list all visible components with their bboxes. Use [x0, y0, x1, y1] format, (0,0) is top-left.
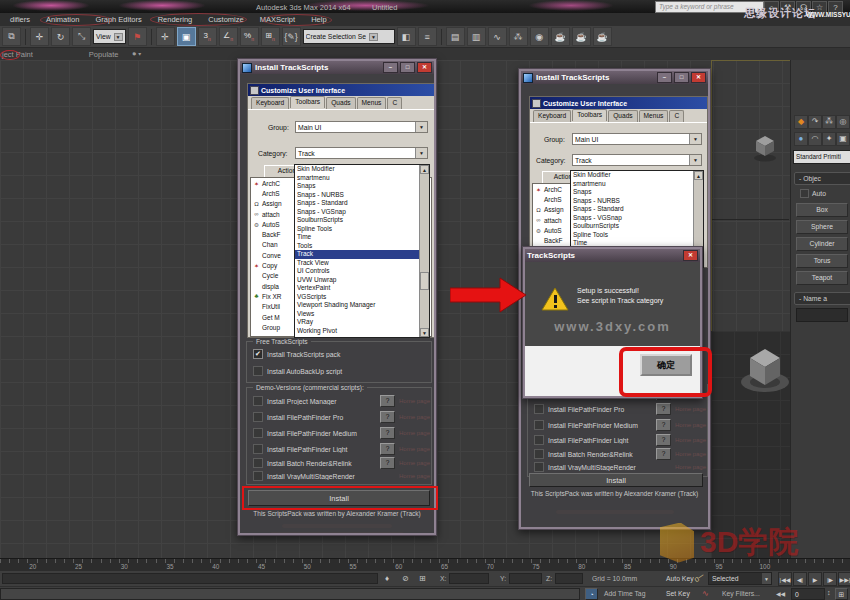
install-project-manager-checkbox[interactable] [253, 396, 263, 406]
tab-toolbars[interactable]: Toolbars [572, 109, 607, 121]
reference-coordinate-dropdown[interactable]: View▼ [93, 29, 126, 44]
close-button[interactable]: ✕ [691, 72, 706, 83]
box-button[interactable]: Box [796, 203, 848, 217]
curve-editor-icon[interactable]: ∿ [488, 27, 507, 46]
category-option[interactable]: Snaps - Standard [571, 205, 703, 214]
home-page-link[interactable]: Home page [399, 398, 425, 404]
category-option[interactable]: VertexPaint [295, 284, 429, 293]
render-production-icon[interactable]: ☕ [593, 27, 612, 46]
use-pivot-point-icon[interactable]: ⚑ [128, 27, 147, 46]
home-page-link[interactable]: Home page [675, 422, 701, 428]
primitive-type-dropdown[interactable]: Standard Primiti [793, 150, 850, 164]
dialog-titlebar[interactable]: Install TrackScripts – □ ✕ [240, 61, 434, 74]
home-page-link[interactable]: Home page [399, 446, 425, 452]
tab-quads[interactable]: Quads [608, 110, 637, 122]
minimize-button[interactable]: – [657, 72, 672, 83]
schematic-view-icon[interactable]: ⁂ [509, 27, 528, 46]
category-option[interactable]: Time [295, 233, 429, 242]
close-button[interactable]: ✕ [683, 250, 698, 261]
select-and-move-icon[interactable]: ✛ [30, 27, 49, 46]
edit-named-selection-icon[interactable]: {✎} [282, 27, 301, 46]
maximize-button[interactable]: □ [674, 72, 689, 83]
scrollbar-thumb[interactable] [420, 272, 429, 290]
named-selection-dropdown[interactable]: Create Selection Se▼ [303, 29, 395, 44]
group-combo[interactable]: Main UI ▼ [295, 121, 428, 133]
select-and-scale-icon[interactable]: ⤡ [72, 27, 91, 46]
spinner-snap-icon[interactable]: ⊞n [261, 27, 280, 46]
tab-colors[interactable]: C [387, 97, 402, 109]
key-filters-button[interactable]: Key Filters... [722, 590, 760, 597]
tab-toolbars[interactable]: Toolbars [290, 96, 325, 108]
category-option[interactable]: Snaps [571, 188, 703, 197]
minimize-button[interactable]: – [383, 62, 398, 73]
install-filepathfinder-medium-checkbox[interactable] [253, 428, 263, 438]
rendered-frame-icon[interactable]: ☕ [572, 27, 591, 46]
torus-button[interactable]: Torus [796, 254, 848, 268]
help-question-button[interactable]: ? [380, 411, 395, 423]
category-option[interactable]: smartmenu [295, 174, 429, 183]
selection-lock-icon[interactable]: ⊘ [402, 574, 409, 583]
viewport-top-right[interactable] [711, 60, 791, 332]
help-question-button[interactable]: ? [380, 395, 395, 407]
viewcube-small[interactable] [753, 133, 777, 163]
scroll-down-icon[interactable]: ▼ [420, 328, 429, 337]
play-icon[interactable]: ▶ [808, 572, 822, 586]
track-bar[interactable] [2, 573, 378, 584]
category-dropdown-list[interactable]: Skin Modifier smartmenu Snaps Snaps - NU… [294, 164, 430, 338]
group-combo[interactable]: Main UI ▼ [572, 133, 702, 145]
hierarchy-tab-icon[interactable]: ⁂ [822, 115, 836, 129]
category-option[interactable]: Views [295, 310, 429, 319]
layer-manager-icon[interactable]: ▤ [446, 27, 465, 46]
time-tag-clock-icon[interactable]: ◔ [585, 588, 598, 600]
angle-snap-icon[interactable]: ∠n [219, 27, 238, 46]
go-to-start-icon[interactable]: |◀◀ [778, 572, 792, 586]
keyboard-shortcut-toggle-icon[interactable]: ▣ [177, 27, 196, 46]
install-batch-render-relink-checkbox[interactable] [253, 458, 263, 468]
category-option[interactable]: Spline Tools [571, 231, 703, 240]
object-name-field[interactable] [796, 308, 848, 322]
absolute-mode-icon[interactable]: ⊞ [419, 574, 426, 583]
graphite-ribbon-icon[interactable]: ▥ [467, 27, 486, 46]
go-to-frame-icon[interactable]: ◀◀ [776, 590, 785, 597]
current-frame-field[interactable]: 0 [791, 588, 825, 600]
key-mode-toggle-icon[interactable]: ♦ [385, 574, 389, 583]
category-option-selected[interactable]: Track [295, 250, 429, 259]
chevron-down-icon[interactable]: ▼ [415, 122, 427, 132]
category-option[interactable]: SoulburnScripts [571, 222, 703, 231]
home-page-link[interactable]: Home page [399, 473, 425, 479]
install-filepathfinder-medium-checkbox[interactable] [534, 420, 544, 430]
motion-tab-icon[interactable]: ◎ [836, 115, 850, 129]
category-option[interactable]: smartmenu [571, 180, 703, 189]
category-option[interactable]: Spline Tools [295, 225, 429, 234]
x-coordinate-field[interactable] [449, 573, 489, 584]
category-option[interactable]: Snaps - NURBS [571, 197, 703, 206]
category-option[interactable]: Snaps - VGSnap [571, 214, 703, 223]
tab-quads[interactable]: Quads [326, 97, 355, 109]
home-page-link[interactable]: Home page [675, 406, 701, 412]
category-option[interactable]: VGScripts [295, 293, 429, 302]
cui-titlebar[interactable]: Customize User Interface [248, 84, 434, 96]
tab-colors[interactable]: C [669, 110, 684, 122]
category-option[interactable]: Snaps - VGSnap [295, 208, 429, 217]
align-icon[interactable]: ≡ [418, 27, 437, 46]
category-option[interactable]: Skin Modifier [571, 171, 703, 180]
home-page-link[interactable]: Home page [399, 414, 425, 420]
chevron-down-icon[interactable]: ▼ [415, 148, 427, 158]
category-option[interactable]: Track View [295, 259, 429, 268]
category-option[interactable]: SoulburnScripts [295, 216, 429, 225]
install-autobackup-checkbox[interactable] [253, 366, 263, 376]
install-button[interactable]: Install [529, 473, 703, 487]
ribbon-tab-populate[interactable]: Populate [89, 50, 119, 59]
viewcube-large[interactable] [740, 340, 790, 394]
category-option[interactable]: Snaps - Standard [295, 199, 429, 208]
help-question-button[interactable]: ? [380, 427, 395, 439]
install-trackscripts-pack-checkbox[interactable]: ✔ [253, 349, 263, 359]
category-option[interactable]: Skin Modifier [295, 165, 429, 174]
scroll-up-icon[interactable]: ▲ [694, 171, 703, 180]
help-question-button[interactable]: ? [656, 448, 671, 460]
tab-menus[interactable]: Menus [639, 110, 669, 122]
teapot-button[interactable]: Teapot [796, 271, 848, 285]
dropdown-scrollbar[interactable]: ▲ ▼ [419, 165, 429, 337]
previous-frame-icon[interactable]: ◀| [793, 572, 807, 586]
home-page-link[interactable]: Home page [675, 451, 701, 457]
